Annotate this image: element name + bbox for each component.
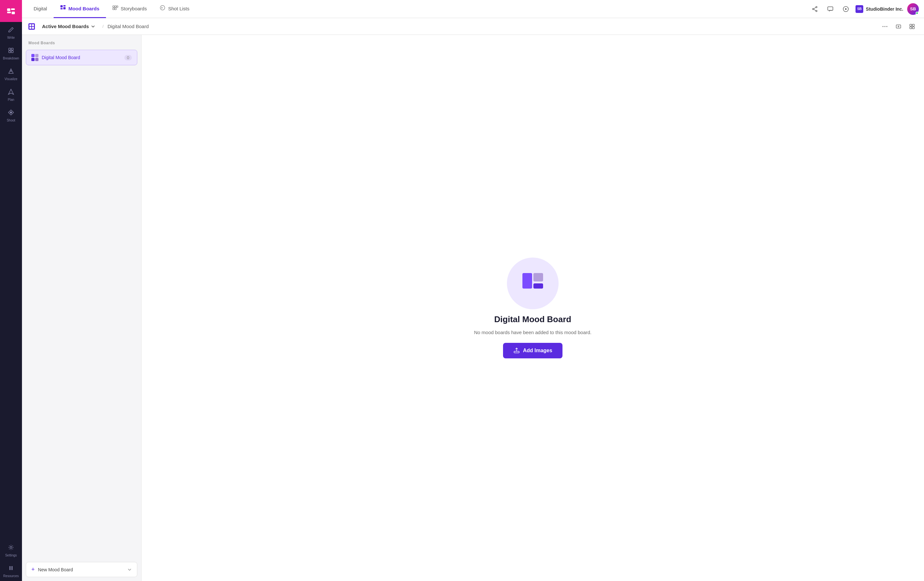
storyboards-tab-icon xyxy=(112,5,118,12)
sidebar-item-resources-label: Resources xyxy=(3,574,19,578)
share-button[interactable] xyxy=(809,3,821,15)
active-boards-label: Active Mood Boards xyxy=(42,23,89,29)
svg-rect-48 xyxy=(514,351,519,353)
more-options-button[interactable] xyxy=(879,21,890,32)
svg-rect-18 xyxy=(63,5,66,7)
svg-line-31 xyxy=(814,9,816,11)
online-indicator xyxy=(916,12,919,15)
sidebar-item-plan[interactable]: Plan xyxy=(0,84,22,105)
svg-rect-41 xyxy=(910,24,912,26)
svg-rect-42 xyxy=(912,24,914,26)
settings-icon xyxy=(8,544,14,552)
sidebar-item-visualize-label: Visualize xyxy=(5,77,17,81)
tab-mood-boards[interactable]: Mood Boards xyxy=(54,0,106,18)
svg-point-29 xyxy=(816,10,817,12)
breadcrumb-item: Digital Mood Board xyxy=(107,23,149,29)
add-to-collection-button[interactable] xyxy=(893,21,904,32)
grid-icon xyxy=(909,23,915,30)
empty-state-subtitle: No mood boards have been added to this m… xyxy=(474,330,592,335)
svg-point-37 xyxy=(886,26,888,27)
svg-rect-2 xyxy=(7,12,11,13)
sidebar-item-settings-label: Settings xyxy=(5,553,17,557)
svg-rect-44 xyxy=(912,27,914,29)
top-nav: Digital Mood Boards xyxy=(22,0,924,18)
content-area: Mood Boards Digital Mood Board 0 + New M… xyxy=(22,35,924,581)
sidebar-item-write-label: Write xyxy=(7,36,15,40)
svg-point-36 xyxy=(884,26,886,27)
add-images-button[interactable]: Add Images xyxy=(503,343,563,358)
svg-rect-22 xyxy=(115,6,116,7)
breakdown-icon xyxy=(8,47,14,55)
svg-rect-19 xyxy=(60,8,63,9)
sidebar-item-breakdown[interactable]: Breakdown xyxy=(0,43,22,63)
sidebar-item-plan-label: Plan xyxy=(8,98,14,101)
svg-rect-1 xyxy=(11,8,15,10)
tab-shot-lists-label: Shot Lists xyxy=(168,6,189,11)
svg-rect-0 xyxy=(7,8,10,11)
svg-point-27 xyxy=(816,7,817,8)
empty-state-title: Digital Mood Board xyxy=(494,314,571,324)
view-toggle-button[interactable] xyxy=(907,21,917,32)
svg-rect-45 xyxy=(522,273,532,289)
comment-button[interactable] xyxy=(825,3,836,15)
svg-line-30 xyxy=(814,7,816,9)
svg-rect-25 xyxy=(115,8,116,10)
tab-mood-boards-label: Mood Boards xyxy=(68,6,99,11)
empty-state: Digital Mood Board No mood boards have b… xyxy=(474,257,592,358)
svg-rect-47 xyxy=(533,283,543,289)
sidebar-item-breakdown-label: Breakdown xyxy=(3,56,19,60)
svg-marker-12 xyxy=(10,111,12,114)
svg-point-28 xyxy=(813,8,814,10)
active-boards-dropdown[interactable]: Active Mood Boards xyxy=(39,21,99,31)
plan-icon xyxy=(8,89,14,97)
svg-rect-7 xyxy=(11,51,13,53)
tab-digital-label: Digital xyxy=(34,6,47,11)
nav-right: SB StudioBinder Inc. SB xyxy=(809,3,919,15)
upload-icon xyxy=(513,347,520,354)
svg-point-13 xyxy=(10,546,12,548)
mood-board-item-count: 0 xyxy=(124,55,132,60)
new-mood-board-button[interactable]: + New Mood Board xyxy=(26,562,137,577)
left-panel: Mood Boards Digital Mood Board 0 + New M… xyxy=(22,35,142,581)
tab-shot-lists[interactable]: Shot Lists xyxy=(153,0,196,18)
tab-storyboards[interactable]: Storyboards xyxy=(106,0,153,18)
sidebar-item-resources[interactable]: Resources xyxy=(0,560,22,581)
collection-icon xyxy=(896,23,901,30)
breadcrumb-separator: / xyxy=(102,24,104,29)
mood-board-item-label: Digital Mood Board xyxy=(42,55,121,60)
play-button[interactable] xyxy=(840,3,851,15)
svg-rect-43 xyxy=(910,27,912,29)
mood-boards-tab-icon xyxy=(60,5,66,12)
sidebar-item-settings[interactable]: Settings xyxy=(0,540,22,560)
svg-point-9 xyxy=(10,71,12,72)
svg-rect-20 xyxy=(63,7,66,9)
mood-board-nav-icon xyxy=(28,23,35,30)
svg-rect-17 xyxy=(60,5,63,7)
visualize-icon xyxy=(8,68,14,76)
svg-marker-10 xyxy=(8,89,13,94)
studio-name: StudioBinder Inc. xyxy=(866,7,903,12)
svg-rect-46 xyxy=(533,273,543,281)
ellipsis-icon xyxy=(882,23,888,30)
sidebar-item-write[interactable]: Write xyxy=(0,22,22,43)
mood-board-list-item[interactable]: Digital Mood Board 0 xyxy=(26,50,137,65)
avatar[interactable]: SB xyxy=(907,3,919,15)
svg-rect-32 xyxy=(828,7,833,10)
empty-icon-wrapper xyxy=(507,257,559,309)
sidebar-item-shoot-label: Shoot xyxy=(7,119,15,122)
svg-marker-34 xyxy=(845,8,847,10)
sidebar-logo[interactable] xyxy=(0,0,22,22)
svg-rect-21 xyxy=(113,6,114,7)
svg-rect-23 xyxy=(117,6,118,7)
sidebar-item-visualize[interactable]: Visualize xyxy=(0,63,22,84)
shot-lists-tab-icon xyxy=(160,5,165,12)
add-images-label: Add Images xyxy=(523,348,553,353)
secondary-nav-right xyxy=(879,21,917,32)
sidebar: Write Breakdown Visualize Plan xyxy=(0,0,22,581)
svg-rect-24 xyxy=(113,8,114,10)
sidebar-item-shoot[interactable]: Shoot xyxy=(0,105,22,125)
shoot-icon xyxy=(8,109,14,117)
main-area: Digital Mood Boards xyxy=(22,0,924,581)
svg-rect-4 xyxy=(9,48,11,50)
tab-digital[interactable]: Digital xyxy=(27,0,54,18)
